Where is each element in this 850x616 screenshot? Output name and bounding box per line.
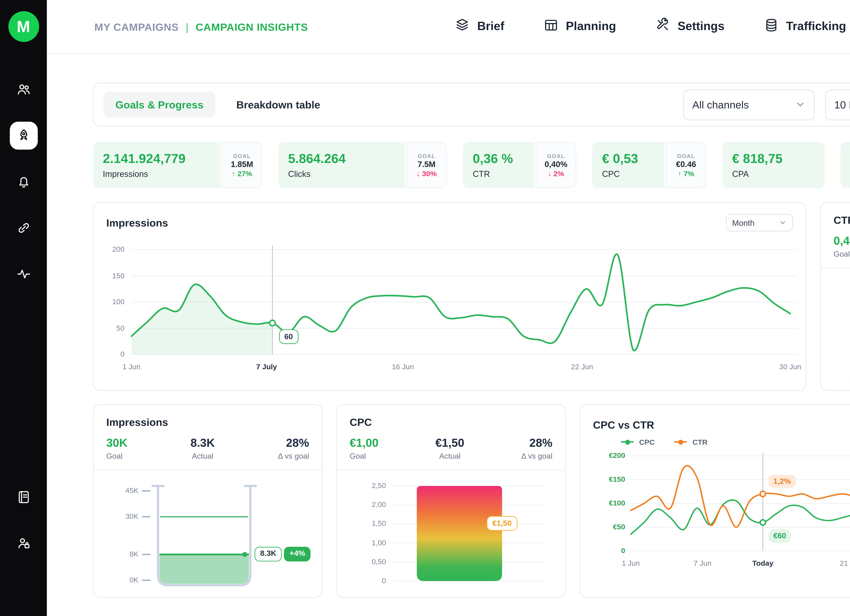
goal-delta: ↓ 2%: [548, 169, 564, 177]
ctr-gauge-card: CTR 0,400%Goal 0,410%Actual 110%Δ vs goa…: [820, 202, 850, 391]
notifications-bell-icon[interactable]: [9, 168, 37, 196]
impressions-period-select[interactable]: Month: [726, 214, 793, 232]
tab-planning-label: Planning: [566, 19, 616, 33]
legend-ctr[interactable]: CTR: [674, 438, 708, 446]
axis-label: 0K: [98, 576, 139, 584]
kpi-ctr-card: 0,36 % CTR: [463, 142, 534, 188]
axis-label: 30K: [98, 512, 139, 520]
content-area: Goals & Progress Breakdown table All cha…: [47, 54, 850, 616]
tab-planning[interactable]: Planning: [543, 17, 616, 36]
axis-label: 2,50: [344, 481, 386, 489]
breadcrumb: MY CAMPAIGNS | CAMPAIGN INSIGHTS: [94, 21, 308, 33]
journal-icon[interactable]: [9, 483, 37, 511]
goal-value: €0.46: [676, 160, 696, 168]
tab-brief[interactable]: Brief: [455, 17, 504, 36]
ctr-goal-value: 0,400%: [834, 234, 850, 247]
cpc-progress-title: CPC: [350, 416, 372, 428]
planning-table-icon: [543, 17, 559, 36]
links-icon[interactable]: [9, 214, 37, 242]
goal-title: GOAL: [547, 153, 565, 159]
kpi-cpa-card: € 818,75 CPA: [722, 142, 824, 188]
axis-label: 1 Jun: [123, 362, 141, 371]
kpi-clicks-label: Clicks: [288, 169, 395, 179]
ctr-gauge-chart: 0,000%0,500%↑ 0,400%0,410%↗: [833, 273, 850, 387]
sidebar-nav-bottom: [9, 483, 37, 557]
axis-label: 100: [99, 297, 124, 305]
cpc-actual-label: Actual: [439, 452, 461, 460]
cpc-gradient-bar-chart: 2,502,001,501,000,500€1,50: [344, 476, 548, 595]
chevron-down-icon: [795, 99, 806, 110]
tank-delta-badge: +4%: [284, 547, 311, 561]
axis-label: 7 July: [256, 362, 277, 371]
impressions-tank-chart: 45K30K8K0K8.3K+4%: [98, 476, 308, 595]
axis-label: 0,50: [344, 557, 386, 565]
legend-cpc[interactable]: CPC: [621, 438, 655, 446]
kpi-clicks-card: 5.864.264 Clicks: [278, 142, 405, 188]
tab-settings[interactable]: Settings: [655, 17, 724, 36]
kpi-impressions: 2.141.924,779 Impressions GOAL 1.85M ↑ 2…: [93, 142, 262, 188]
goal-title: GOAL: [418, 153, 435, 159]
goal-value: 7.5M: [418, 160, 435, 168]
axis-label: 0: [344, 576, 386, 585]
kpi-ctr-goal: GOAL 0,40% ↓ 2%: [536, 142, 576, 188]
axis-label: Today: [752, 559, 773, 567]
tank-goal-value: 30K: [106, 437, 127, 450]
axis-label: 0: [99, 350, 124, 358]
user-permissions-icon[interactable]: [9, 529, 37, 558]
top-nav: Brief Planning Settings Trafficking: [455, 0, 850, 53]
campaigns-rocket-icon[interactable]: [9, 122, 37, 150]
impressions-progress-stats: 30KGoal 8.3KActual 28%Δ vs goal: [94, 428, 322, 460]
cpc-goal-value: €1,00: [350, 437, 379, 450]
breadcrumb-campaign-insights: CAMPAIGN INSIGHTS: [196, 21, 308, 33]
goal-value: 0,40%: [545, 160, 567, 168]
activity-pulse-icon[interactable]: [9, 260, 37, 288]
kpi-impressions-goal: GOAL 1.85M ↑ 27%: [221, 142, 262, 188]
axis-label: 30 Jun: [779, 362, 801, 371]
impressions-progress-card: Impressions 30KGoal 8.3KActual 28%Δ vs g…: [93, 404, 322, 598]
axis-label: 22 Jun: [571, 362, 593, 371]
cpc-vs-ctr-chart: €2002%€1501,5%€1001%€500,5%001 Jun7 JunT…: [593, 449, 850, 569]
date-range-picker[interactable]: 10 Nov 20 - Today: [825, 89, 850, 120]
tank-delta-label: Δ vs goal: [278, 452, 309, 460]
ctr-line-swatch: [674, 441, 687, 443]
impressions-marker-badge: 60: [279, 329, 299, 344]
tank-goal-label: Goal: [106, 452, 127, 460]
axis-label: 0: [593, 546, 625, 555]
tab-breakdown-table[interactable]: Breakdown table: [236, 99, 320, 111]
tank-actual-value: 8.3K: [190, 437, 215, 450]
kpi-cpa-value: € 818,75: [732, 151, 814, 166]
kpi-cpc-label: CPC: [602, 169, 655, 179]
audiences-icon[interactable]: [9, 75, 37, 103]
axis-label: 1,50: [344, 519, 386, 528]
breadcrumb-my-campaigns[interactable]: MY CAMPAIGNS: [94, 21, 179, 33]
channel-filter-value: All channels: [692, 99, 749, 111]
impressions-period-value: Month: [732, 218, 755, 227]
sidebar-nav-top: [9, 75, 37, 288]
top-bar: MY CAMPAIGNS | CAMPAIGN INSIGHTS Brief P…: [47, 0, 850, 54]
tab-trafficking[interactable]: Trafficking: [764, 17, 846, 36]
goal-delta: ↑ 27%: [232, 169, 252, 177]
channel-filter-select[interactable]: All channels: [683, 89, 815, 120]
kpi-cpc: € 0,53 CPC GOAL €0.46 ↑ 7%: [592, 142, 706, 188]
ctr-marker-badge: 1,2%: [768, 475, 796, 488]
axis-label: €100: [593, 499, 625, 507]
impressions-chart-card: Impressions Month 2001501005001 Jun7 Jul…: [93, 202, 806, 391]
cpc-vs-ctr-card: CPC vs CTR Month CPC CTR €2002%€1501,5%€…: [580, 404, 850, 598]
cpc-progress-stats: €1,00Goal €1,50Actual 28%Δ vs goal: [337, 428, 565, 460]
cpc-delta-label: Δ vs goal: [521, 452, 552, 460]
tab-brief-label: Brief: [477, 19, 504, 33]
goal-title: GOAL: [233, 153, 251, 159]
kpi-ctr-value: 0,36 %: [473, 151, 524, 166]
axis-label: 8K: [98, 550, 139, 558]
tab-goals-progress[interactable]: Goals & Progress: [103, 91, 215, 117]
goal-delta: ↑ 7%: [678, 169, 694, 177]
app-logo[interactable]: M: [8, 11, 39, 42]
legend-ctr-label: CTR: [693, 438, 708, 446]
impressions-progress-title: Impressions: [106, 416, 168, 428]
tank-actual-label: Actual: [192, 452, 213, 460]
brief-layers-icon: [455, 17, 470, 36]
chevron-down-icon: [779, 219, 787, 227]
axis-label: €150: [593, 475, 625, 483]
kpi-row: 2.141.924,779 Impressions GOAL 1.85M ↑ 2…: [93, 142, 850, 188]
tab-trafficking-label: Trafficking: [786, 19, 846, 33]
